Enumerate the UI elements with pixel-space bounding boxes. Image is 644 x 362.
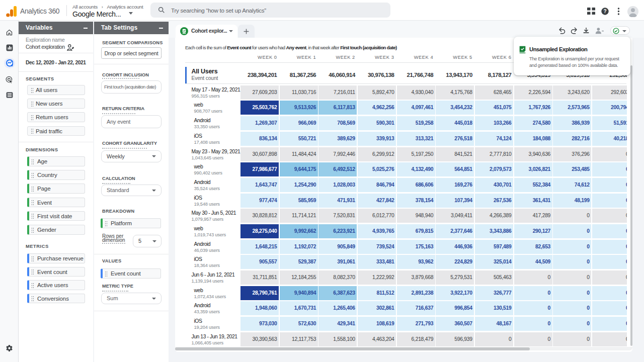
svg-text:?: ? [603,9,606,14]
